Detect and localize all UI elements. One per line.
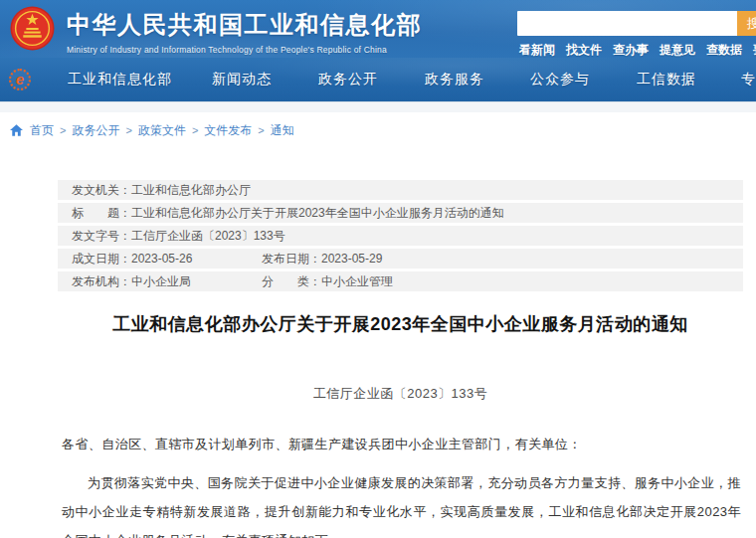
meta-label: 发文字号： [72,229,131,243]
nav-item-miit-data[interactable]: 工信数据 [637,71,696,89]
meta-label: 发布机构： [72,274,131,288]
meta-value: 工信厅企业函〔2023〕133号 [131,229,285,243]
meta-value: 工业和信息化部办公厅 [131,183,251,197]
document-title: 工业和信息化部办公厅关于开展2023年全国中小企业服务月活动的通知 [58,312,743,336]
search-area: 搜索 看新闻 找文件 查办事 提意见 查数据 要投诉 [517,11,756,59]
quick-links: 看新闻 找文件 查办事 提意见 查数据 要投诉 [517,42,756,59]
meta-value: 工业和信息化部办公厅关于开展2023年全国中小企业服务月活动的通知 [131,206,504,220]
breadcrumb-separator: > [192,124,198,136]
nav-bottom-strip [0,101,756,112]
quick-link-files[interactable]: 找文件 [566,42,602,59]
nav-item-public-participation[interactable]: 公众参与 [530,71,590,89]
meta-row-issuing-agency: 发文机关：工业和信息化部办公厅 [58,180,743,200]
nav-item-gov-services[interactable]: 政务服务 [425,71,484,89]
meta-value: 2023-05-26 [131,252,192,266]
meta-label: 标 题： [72,206,131,220]
quick-link-news[interactable]: 看新闻 [519,42,555,59]
breadcrumb-separator: > [125,124,131,136]
meta-row-title: 标 题：工业和信息化部办公厅关于开展2023年全国中小企业服务月活动的通知 [58,203,743,223]
site-title-en: Ministry of Industry and Information Tec… [67,45,422,55]
nav-item-special-topics[interactable]: 专题 [741,71,756,89]
quick-link-services[interactable]: 查办事 [613,42,649,59]
document-number: 工信厅企业函〔2023〕133号 [58,385,743,403]
breadcrumb-separator: > [60,124,66,136]
document-paragraph-salutation: 各省、自治区、直辖市及计划单列市、新疆生产建设兵团中小企业主管部门，有关单位： [62,430,741,458]
meta-value: 中小企业管理 [321,274,393,288]
meta-value: 2023-05-29 [321,252,382,266]
breadcrumb: 首页 > 政务公开 > 政策文件 > 文件发布 > 通知 [10,122,756,138]
site-title: 中华人民共和国工业和信息化部 [67,9,422,41]
document-content: 发文机关：工业和信息化部办公厅 标 题：工业和信息化部办公厅关于开展2023年全… [58,180,743,538]
breadcrumb-doc-release[interactable]: 文件发布 [204,122,252,139]
meta-value: 中小企业局 [131,274,191,288]
search-input[interactable] [517,11,737,36]
meta-label: 发文机关： [72,183,131,197]
breadcrumb-home[interactable]: 首页 [30,122,54,139]
home-icon[interactable] [10,124,23,136]
document-paragraph-body: 为贯彻落实党中央、国务院关于促进中小企业健康发展的决策部署，充分动员各方力量支持… [62,468,741,538]
breadcrumb-separator: > [258,124,264,136]
search-button[interactable]: 搜索 [737,11,756,36]
meta-row-doc-number: 发文字号：工信厅企业函〔2023〕133号 [58,226,743,246]
egov-logo-icon: e [9,69,31,90]
meta-label: 发布日期： [262,252,321,266]
document-meta-table: 发文机关：工业和信息化部办公厅 标 题：工业和信息化部办公厅关于开展2023年全… [58,180,743,291]
site-header: 中华人民共和国工业和信息化部 Ministry of Industry and … [0,0,756,58]
main-nav: e 工业和信息化部 新闻动态 政务公开 政务服务 公众参与 工信数据 专题 [0,58,756,101]
breadcrumb-policy-docs[interactable]: 政策文件 [138,122,186,139]
meta-label: 成文日期： [72,252,131,266]
meta-row-dates: 成文日期：2023-05-26发布日期：2023-05-29 [58,249,743,269]
breadcrumb-gov-openness[interactable]: 政务公开 [72,122,119,139]
national-emblem-icon [10,6,55,51]
meta-label: 分 类： [262,274,321,288]
page: 中华人民共和国工业和信息化部 Ministry of Industry and … [0,0,756,538]
nav-item-news[interactable]: 新闻动态 [212,71,272,89]
quick-link-feedback[interactable]: 提意见 [660,42,695,59]
nav-item-gov-openness[interactable]: 政务公开 [318,71,378,89]
breadcrumb-notice[interactable]: 通知 [271,122,294,139]
quick-link-data[interactable]: 查数据 [706,42,742,59]
nav-item-ministry[interactable]: 工业和信息化部 [68,71,172,89]
site-title-block: 中华人民共和国工业和信息化部 Ministry of Industry and … [67,9,422,55]
meta-row-publisher-category: 发布机构：中小企业局分 类：中小企业管理 [58,271,743,291]
